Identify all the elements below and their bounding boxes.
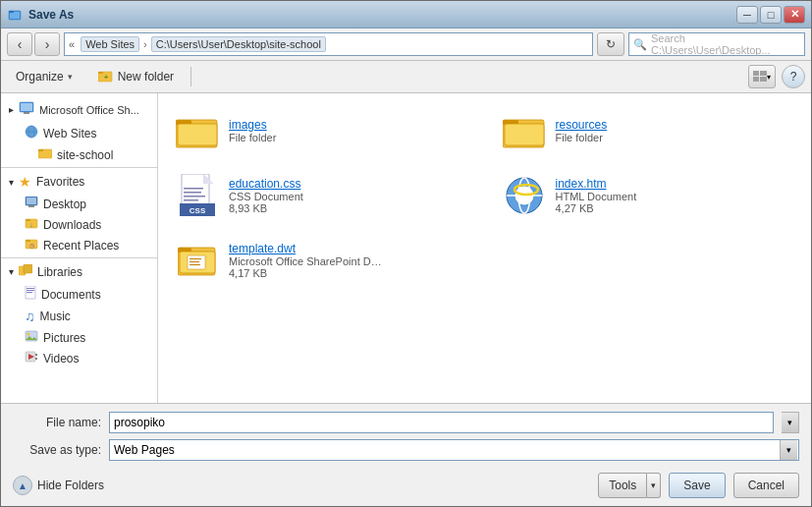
list-item[interactable]: images File folder [168, 103, 475, 158]
hide-folders-button[interactable]: ▲ Hide Folders [13, 476, 104, 495]
current-path[interactable]: C:\Users\User\Desktop\site-school [151, 36, 326, 52]
svg-rect-64 [189, 258, 201, 259]
sidebar-item-documents[interactable]: Documents [1, 283, 157, 306]
list-item[interactable]: resources File folder [495, 103, 802, 158]
savetype-select[interactable]: Web Pages [109, 439, 799, 461]
svg-rect-45 [505, 124, 544, 145]
sidebar-item-site-school[interactable]: site-school [1, 144, 157, 165]
view-button[interactable]: ▾ [748, 65, 776, 88]
back-button[interactable]: ‹ [7, 32, 32, 56]
svg-rect-52 [184, 199, 198, 201]
sidebar-libraries-section[interactable]: ▾ Libraries [1, 260, 157, 283]
tools-button[interactable]: Tools [598, 473, 647, 498]
help-icon: ? [790, 70, 797, 84]
svg-rect-17 [38, 149, 43, 151]
address-bar-area: ‹ › « Web Sites › C:\Users\User\Desktop\… [1, 28, 811, 61]
file-size: 4,27 KB [556, 202, 637, 214]
sidebar-item-web-sites[interactable]: Web Sites [1, 122, 157, 144]
view-caret-icon: ▾ [767, 73, 771, 82]
filename-dropdown-button[interactable]: ▾ [782, 412, 799, 433]
sidebar-item-music[interactable]: ♫ Music [1, 306, 157, 327]
file-info: template.dwt Microsoft Office SharePoint… [229, 242, 386, 279]
svg-text:↓: ↓ [29, 221, 33, 228]
forward-button[interactable]: › [34, 32, 60, 56]
savetype-row: Save as type: Web Pages ▾ [13, 439, 799, 461]
svg-rect-32 [27, 292, 32, 293]
file-type: HTML Document [556, 191, 637, 202]
help-button[interactable]: ? [782, 65, 805, 88]
sidebar-documents-label: Documents [41, 288, 101, 302]
savetype-select-wrapper: Web Pages ▾ [109, 439, 799, 461]
sidebar-videos-label: Videos [43, 352, 79, 366]
list-item[interactable]: CSS education.css CSS Document 8,93 KB [168, 168, 475, 223]
close-button[interactable]: ✕ [784, 6, 805, 24]
svg-rect-39 [35, 358, 37, 360]
file-name: education.css [229, 177, 303, 191]
file-type: Microsoft Office SharePoint Desig... [229, 255, 386, 267]
folder-icon [174, 107, 221, 154]
sidebar-tree-root[interactable]: ▸ Microsoft Office Sh... [1, 97, 157, 122]
file-info: images File folder [229, 118, 276, 143]
save-button[interactable]: Save [669, 473, 725, 498]
folder-icon-small [38, 147, 52, 162]
main-content: ▸ Microsoft Office Sh... [1, 93, 811, 403]
search-field[interactable]: 🔍 Search C:\Users\User\Desktop... [628, 32, 805, 56]
sidebar-favorites-section[interactable]: ▾ ★ Favorites [1, 170, 157, 194]
svg-rect-31 [27, 290, 34, 291]
svg-rect-30 [27, 288, 34, 289]
html-file-icon [501, 172, 548, 219]
file-size: 8,93 KB [229, 202, 303, 214]
organize-label: Organize [16, 70, 64, 84]
svg-rect-9 [760, 77, 767, 82]
sidebar-pictures-label: Pictures [43, 331, 85, 345]
file-info: education.css CSS Document 8,93 KB [229, 177, 303, 214]
file-grid: images File folder resources [168, 103, 801, 288]
save-as-dialog: Save As ─ □ ✕ ‹ › « Web Sites › C:\Users… [0, 0, 812, 507]
svg-rect-19 [27, 197, 36, 204]
sidebar-libraries-label: Libraries [37, 265, 82, 279]
svg-rect-50 [184, 192, 201, 194]
sidebar-item-pictures[interactable]: Pictures [1, 327, 157, 348]
address-field[interactable]: « Web Sites › C:\Users\User\Desktop\site… [64, 32, 593, 56]
svg-rect-8 [753, 77, 759, 82]
toolbar-separator [190, 67, 191, 86]
search-placeholder: Search C:\Users\User\Desktop... [651, 32, 800, 56]
tools-caret-button[interactable]: ▾ [647, 473, 661, 498]
libraries-expand-icon: ▾ [9, 266, 14, 277]
file-type: CSS Document [229, 191, 303, 202]
sidebar-item-recent-places[interactable]: ◷ Recent Places [1, 235, 157, 255]
recent-icon: ◷ [25, 238, 38, 253]
footer-buttons: Tools ▾ Save Cancel [598, 473, 799, 498]
toolbar: Organize ▾ + New folder [1, 61, 811, 93]
maximize-button[interactable]: □ [760, 6, 782, 24]
svg-rect-66 [189, 264, 200, 265]
pictures-icon [25, 330, 38, 345]
svg-rect-25 [26, 240, 30, 242]
minimize-button[interactable]: ─ [736, 6, 758, 24]
sidebar-item-desktop[interactable]: Desktop [1, 194, 157, 214]
sidebar-favorites-label: Favorites [36, 175, 84, 189]
dialog-title: Save As [28, 8, 736, 22]
globe-icon [25, 125, 38, 141]
refresh-button[interactable]: ↻ [597, 32, 624, 56]
bottom-bar: File name: ▾ Save as type: Web Pages ▾ ▲… [1, 403, 811, 506]
svg-rect-20 [28, 205, 34, 207]
svg-rect-12 [24, 112, 29, 114]
organize-button[interactable]: Organize ▾ [7, 64, 81, 89]
file-name: resources [556, 118, 608, 132]
file-type: File folder [556, 132, 608, 143]
svg-rect-42 [178, 124, 217, 145]
svg-rect-1 [10, 12, 20, 19]
sidebar-item-videos[interactable]: Videos [1, 348, 157, 368]
list-item[interactable]: template.dwt Microsoft Office SharePoint… [168, 233, 475, 288]
desktop-icon [25, 197, 38, 211]
cancel-button[interactable]: Cancel [733, 473, 799, 498]
tree-expand-icon: ▸ [9, 104, 14, 115]
sidebar-tree-label: Microsoft Office Sh... [39, 104, 139, 116]
new-folder-button[interactable]: + New folder [89, 64, 183, 89]
svg-text:CSS: CSS [189, 206, 206, 215]
title-bar: Save As ─ □ ✕ [1, 1, 811, 28]
filename-input[interactable] [109, 412, 774, 433]
list-item[interactable]: index.htm HTML Document 4,27 KB [495, 168, 802, 223]
sidebar-item-downloads[interactable]: ↓ Downloads [1, 214, 157, 235]
